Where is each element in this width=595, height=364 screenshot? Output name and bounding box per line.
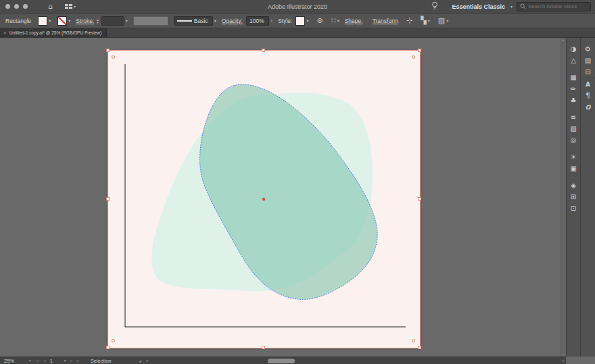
horizontal-scroll-thumb[interactable] <box>268 359 295 363</box>
stepper-down-icon[interactable]: ▾ <box>97 21 99 24</box>
artboards-panel-icon[interactable]: ⊞ <box>567 191 580 203</box>
corner-widget-bottom-left[interactable] <box>112 339 115 342</box>
brush-name: Basic <box>194 18 208 24</box>
zoom-level-field[interactable]: 25% <box>4 358 27 364</box>
align-chevron-icon[interactable]: ▾ <box>446 18 448 23</box>
color-guide-panel-icon[interactable]: △ <box>567 55 580 66</box>
transparency-panel-icon[interactable]: ◎ <box>567 134 580 146</box>
character-panel-icon[interactable]: A <box>581 78 595 90</box>
opacity-label[interactable]: Opacity: <box>222 18 243 24</box>
artboards-panel-icon-alt[interactable]: ⊟ <box>581 66 595 78</box>
close-window-button[interactable] <box>5 4 10 9</box>
home-icon[interactable]: ⌂ <box>48 0 53 14</box>
adobe-stock-search[interactable] <box>517 2 591 11</box>
corner-widget-bottom-right[interactable] <box>412 339 415 342</box>
align-icon[interactable]: ▥ <box>438 16 445 25</box>
status-bar: 25% ▾ |◀ ◀ 1 ▾ ▶ ▶| Selection ▸ ◂ ▸ <box>0 357 566 364</box>
panel-group-grip[interactable]: ⋯ <box>586 38 590 43</box>
asset-export-panel-icon[interactable]: ⊡ <box>567 203 580 214</box>
app-switcher-icon[interactable] <box>65 4 72 9</box>
stroke-swatch[interactable] <box>57 16 67 26</box>
selection-handle-top-left[interactable] <box>106 49 110 52</box>
stroke-weight-stepper[interactable]: ▴ ▾ <box>97 18 99 24</box>
search-icon <box>520 3 526 9</box>
shape-label[interactable]: Shape: <box>345 18 363 24</box>
graphic-styles-panel-icon[interactable]: ▣ <box>567 163 580 174</box>
panel-group-grip[interactable]: ⋯ <box>571 106 575 111</box>
tab-close-icon[interactable]: × <box>3 30 7 36</box>
selection-handle-top-right[interactable] <box>418 49 421 52</box>
artboard-number-field[interactable]: 1 <box>50 358 62 364</box>
libraries-panel-icon[interactable]: ▤ <box>581 55 595 66</box>
selection-center-anchor[interactable] <box>262 198 265 201</box>
style-swatch[interactable] <box>295 16 305 26</box>
maximize-window-button[interactable] <box>23 4 28 9</box>
appearance-panel-icon[interactable]: ☀ <box>567 151 580 163</box>
workspace-switcher-button[interactable]: Essentials Classic ▾ <box>448 2 517 11</box>
next-artboard-icon[interactable]: ▶ <box>70 359 72 363</box>
artboard[interactable] <box>108 51 420 348</box>
selection-handle-top-mid[interactable] <box>262 49 265 52</box>
discover-lightbulb-icon[interactable] <box>431 1 438 11</box>
selection-handle-mid-left[interactable] <box>106 197 110 201</box>
first-artboard-icon[interactable]: |◀ <box>35 359 39 363</box>
selection-handle-bottom-right[interactable] <box>418 346 421 349</box>
stroke-weight-label[interactable]: Stroke: <box>76 18 94 24</box>
panel-group-grip[interactable]: ⋯ <box>571 38 575 43</box>
panel-column-outer: ⋯ ⚙ ▤ ⊟ A ¶ O <box>580 38 595 357</box>
brush-definition-dropdown[interactable]: Basic <box>174 16 213 26</box>
variable-width-profile-dropdown[interactable] <box>133 16 168 26</box>
stroke-weight-chevron-icon[interactable]: ▾ <box>126 18 128 23</box>
scroll-left-icon[interactable]: ◂ <box>145 359 149 363</box>
app-switcher-chevron-icon[interactable]: ▾ <box>74 4 76 9</box>
artboard-chevron-icon[interactable]: ▾ <box>64 359 66 363</box>
corner-widget-top-right[interactable] <box>412 55 415 59</box>
select-similar-chevron-icon[interactable]: ▾ <box>428 18 430 23</box>
select-similar-icon[interactable]: ▚ <box>421 16 426 25</box>
fill-swatch[interactable] <box>38 16 47 26</box>
isolate-object-icon[interactable]: ⊹ <box>406 16 412 25</box>
panel-group-grip[interactable]: ⋯ <box>571 66 575 72</box>
last-artboard-icon[interactable]: ▶| <box>77 359 81 363</box>
horizontal-scroll-track[interactable] <box>149 359 561 363</box>
corner-widget-top-left[interactable] <box>112 55 115 59</box>
vertical-scrollbar[interactable]: ▴ ▾ <box>560 38 566 357</box>
transform-label[interactable]: Transform <box>373 18 398 24</box>
recolor-artwork-icon[interactable]: ⊛ <box>316 16 323 25</box>
selection-handle-bottom-left[interactable] <box>106 346 110 349</box>
horizontal-scrollbar[interactable]: ◂ ▸ <box>145 357 566 364</box>
minimize-window-button[interactable] <box>14 4 19 9</box>
paragraph-panel-icon[interactable]: ¶ <box>581 90 595 101</box>
stroke-panel-icon[interactable]: ≡ <box>567 111 580 123</box>
panel-group-grip[interactable]: ⋯ <box>571 146 575 151</box>
panel-group-grip[interactable]: ⋯ <box>571 174 575 180</box>
layers-panel-icon[interactable]: ◈ <box>567 180 580 191</box>
pixel-grid-chevron-icon[interactable]: ▾ <box>337 18 339 23</box>
color-panel-icon[interactable]: ◑ <box>567 43 580 55</box>
stroke-weight-dropdown[interactable] <box>101 16 124 26</box>
scroll-up-icon[interactable]: ▴ <box>562 38 564 42</box>
opacity-field[interactable]: 100% <box>246 16 269 26</box>
fill-chevron-icon[interactable]: ▾ <box>49 18 51 23</box>
opentype-panel-icon[interactable]: O <box>581 101 595 113</box>
brushes-panel-icon[interactable]: ✏ <box>567 83 580 95</box>
zoom-chevron-icon[interactable]: ▾ <box>29 359 31 363</box>
symbols-panel-icon[interactable]: ♣ <box>567 95 580 106</box>
selection-handle-bottom-mid[interactable] <box>262 346 265 349</box>
selection-handle-mid-right[interactable] <box>418 197 421 201</box>
status-menu-arrow-icon[interactable]: ▸ <box>140 359 142 363</box>
stroke-chevron-icon[interactable]: ▾ <box>68 18 70 23</box>
canvas-pasteboard[interactable]: ▴ ▾ <box>0 38 566 357</box>
opacity-more-icon[interactable]: › <box>270 18 272 24</box>
brush-chevron-icon[interactable]: ▾ <box>214 18 216 23</box>
prev-artboard-icon[interactable]: ◀ <box>43 359 46 363</box>
pixel-grid-icon[interactable]: ∷ <box>331 16 336 25</box>
gradient-panel-icon[interactable]: ▧ <box>567 123 580 134</box>
search-input[interactable] <box>528 3 582 9</box>
swatches-panel-icon[interactable]: ▦ <box>567 72 580 83</box>
style-chevron-icon[interactable]: ▾ <box>306 18 308 23</box>
properties-panel-icon[interactable]: ⚙ <box>581 43 595 55</box>
scroll-right-icon[interactable]: ▸ <box>561 359 566 363</box>
document-tab[interactable]: × Untitled-1 copy.ai* @ 25% (RGB/GPU Pre… <box>0 28 107 37</box>
brush-stroke-preview <box>177 20 192 22</box>
